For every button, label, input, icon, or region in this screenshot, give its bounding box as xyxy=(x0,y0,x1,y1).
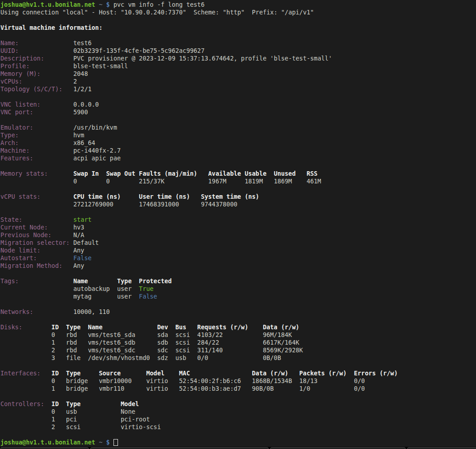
taskbar-button-edge[interactable] xyxy=(0,447,89,449)
text-run: MAC xyxy=(179,369,190,377)
terminal-line: Topology (S/C/T):1/2/1 xyxy=(0,85,476,93)
text-run: 1 xyxy=(52,385,55,393)
text-run: 0B/0B xyxy=(263,354,281,362)
text-run: Autostart: xyxy=(0,254,37,262)
terminal-line: 0rbdvms/test6_sdasdascsi4103/2296M/184K xyxy=(0,331,476,339)
terminal-line: VNC port:5900 xyxy=(0,108,476,116)
text-run: Model xyxy=(146,369,164,377)
text-run: 0 xyxy=(106,178,110,185)
terminal-line: State:start xyxy=(0,216,476,224)
text-run: 2048 xyxy=(73,70,88,78)
text-run: Requests (r/w) xyxy=(197,323,248,331)
text-run: PVC provisioner @ 2023-12-09 15:37:13.67… xyxy=(73,55,332,62)
text-run: 2 xyxy=(52,346,55,354)
terminal-line: 1rbdvms/test6_sdbsdbscsi284/226617K/164K xyxy=(0,339,476,346)
text-run: $ xyxy=(106,1,110,9)
text-run: 18/13 xyxy=(299,377,317,385)
text-run: acpi apic pae xyxy=(73,154,121,162)
text-run: 284/22 xyxy=(197,339,219,346)
text-run: RSS xyxy=(306,170,317,178)
terminal-line: Features:acpi apic pae xyxy=(0,154,476,162)
text-run: bridge xyxy=(66,377,88,385)
text-run: scsi xyxy=(175,331,190,339)
text-run: Memory stats: xyxy=(0,170,48,178)
terminal-line: Machine:pc-i440fx-2.7 xyxy=(0,147,476,154)
text-run: 0/0 xyxy=(197,354,208,362)
text-run: start xyxy=(73,216,91,224)
terminal-line xyxy=(0,162,476,170)
terminal-line: 0bridgevmbr10000virtio52:54:00:2f:b6:c61… xyxy=(0,377,476,385)
text-run: 215/37K xyxy=(139,178,164,185)
terminal-line: mytaguserFalse xyxy=(0,293,476,300)
text-run: vms/test6_sda xyxy=(88,331,135,339)
terminal-line: Disks:IDTypeNameDevBusRequests (r/w)Data… xyxy=(0,323,476,331)
text-run: Controllers: xyxy=(0,400,44,408)
taskbar-button-edge[interactable] xyxy=(270,447,405,449)
terminal-line: joshua@hv1.t.u.bonilan.net~$ xyxy=(0,439,476,446)
text-run: /usr/bin/kvm xyxy=(73,124,117,131)
text-run: autobackup xyxy=(73,285,110,293)
text-run: test6 xyxy=(73,39,91,47)
text-run: 17468391000 xyxy=(139,201,179,208)
text-run: Usable xyxy=(245,170,266,178)
text-run: virtio xyxy=(146,385,168,393)
text-run: virtio-scsi xyxy=(121,423,161,431)
text-run: vms/test6_sdb xyxy=(88,339,135,346)
terminal-line: 2rbdvms/test6_sdcsdcscsi311/1408569K/292… xyxy=(0,346,476,354)
text-run: 4103/22 xyxy=(197,331,222,339)
terminal-line xyxy=(0,393,476,400)
terminal-line xyxy=(0,93,476,101)
text-run: 1869M xyxy=(274,178,292,185)
text-run: True xyxy=(139,285,153,293)
text-run: Migration selector: xyxy=(0,239,70,247)
terminal-line: Virtual machine information: xyxy=(0,24,476,32)
text-run: 8569K/2928K xyxy=(263,346,303,354)
terminal-line xyxy=(0,116,476,124)
text-run: Topology (S/C/T): xyxy=(0,85,62,93)
text-run: Any xyxy=(73,262,84,270)
terminal-line: UUID:02b3239f-135f-4cfe-be75-5c962ac9962… xyxy=(0,47,476,55)
terminal-line: Memory (M):2048 xyxy=(0,70,476,78)
text-run: vCPUs: xyxy=(0,78,22,85)
taskbar-button-edge[interactable] xyxy=(90,447,269,449)
terminal-line: 2scsivirtio-scsi xyxy=(0,423,476,431)
terminal-line: Networks:10000, 110 xyxy=(0,308,476,316)
text-run: ~ xyxy=(99,1,103,9)
text-run: user xyxy=(117,285,132,293)
text-run: 1819M xyxy=(245,178,263,185)
terminal-cursor[interactable] xyxy=(113,439,118,446)
text-run: Features: xyxy=(0,154,33,162)
text-run: Migration Method: xyxy=(0,262,62,270)
text-run: 1/2/1 xyxy=(73,85,91,93)
text-run: Dev xyxy=(157,323,168,331)
text-run: False xyxy=(139,293,157,300)
text-run: sdz xyxy=(157,354,168,362)
text-run: scsi xyxy=(66,423,80,431)
text-run: virtio xyxy=(146,377,168,385)
text-run: Interfaces: xyxy=(0,369,41,377)
text-run: Data (r/w) xyxy=(263,323,299,331)
text-run: 2 xyxy=(73,78,77,85)
text-run: Type xyxy=(66,323,80,331)
text-run: Errors (r/w) xyxy=(354,369,398,377)
text-run: vCPU stats: xyxy=(0,193,41,201)
terminal-line xyxy=(0,270,476,277)
terminal-line xyxy=(0,300,476,308)
text-run: Description: xyxy=(0,55,44,62)
text-run: Machine: xyxy=(0,147,30,154)
text-run: scsi xyxy=(175,339,190,346)
text-run: Name xyxy=(73,277,88,285)
terminal-line xyxy=(0,431,476,439)
text-run: VNC port: xyxy=(0,108,33,116)
terminal[interactable]: joshua@hv1.t.u.bonilan.net~$pvc vm info … xyxy=(0,0,476,447)
text-run: vmbr110 xyxy=(99,385,124,393)
taskbar-strip xyxy=(0,447,476,449)
text-run: User time (ns) xyxy=(139,193,190,201)
text-run: Type xyxy=(117,277,132,285)
terminal-line: Migration selector:Default xyxy=(0,239,476,247)
taskbar-button-edge[interactable] xyxy=(407,447,476,449)
text-run: State: xyxy=(0,216,22,224)
text-run: pvc vm info -f long test6 xyxy=(113,1,205,9)
text-run: pci-root xyxy=(121,416,150,423)
text-run: 0 xyxy=(73,178,77,185)
